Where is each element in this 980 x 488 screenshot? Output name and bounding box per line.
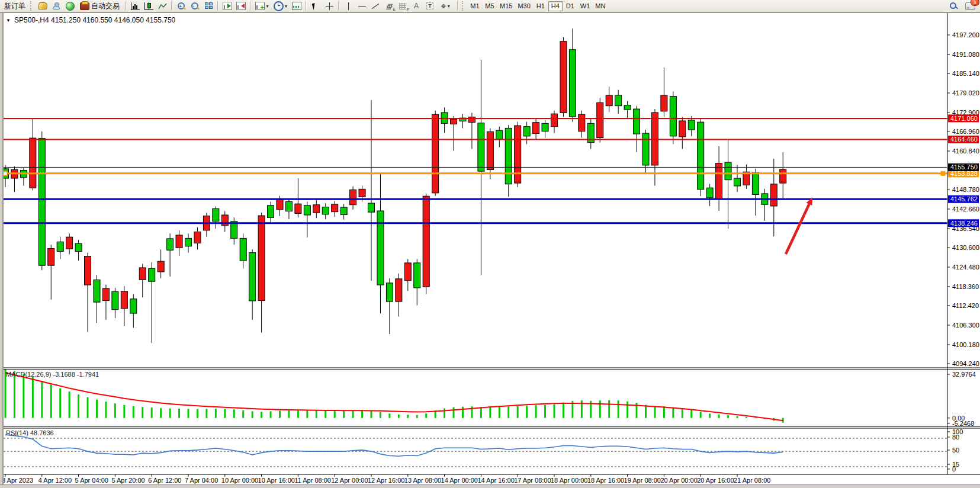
candle-body	[542, 123, 548, 131]
tab-timeframe-mn[interactable]: MN	[593, 1, 608, 11]
accounts-icon[interactable]	[50, 1, 63, 11]
tab-timeframe-w1[interactable]: W1	[578, 1, 593, 11]
chart-title-ohlc: SP500-,H4 4151.250 4160.550 4146.050 415…	[14, 16, 176, 24]
text-label-tool-icon[interactable]: T	[423, 1, 436, 11]
candle-body	[414, 263, 420, 288]
tab-timeframe-d1[interactable]: D1	[563, 1, 577, 11]
new-order-button[interactable]: 新订单	[1, 1, 28, 11]
tab-timeframe-m5[interactable]: M5	[483, 1, 497, 11]
candle-body	[332, 204, 338, 212]
candle-body	[752, 172, 759, 194]
trend-arrow-shaft[interactable]	[786, 204, 809, 254]
line-handle[interactable]	[941, 171, 945, 175]
candle-body	[112, 291, 118, 309]
time-axis-label: 20 Apr 00:00	[660, 477, 697, 484]
time-axis-label: 6 Apr 12:00	[148, 477, 181, 484]
candle-body	[167, 239, 173, 250]
price-tag-label: 4164.460	[950, 136, 978, 143]
candle-body	[94, 280, 100, 302]
candle-body	[698, 122, 704, 190]
zoom-out-icon[interactable]: -	[188, 1, 201, 11]
tab-timeframe-m1[interactable]: M1	[468, 1, 482, 11]
macd-indicator-label: MACD(12,26,9) -3.1688 -1.7941	[6, 371, 99, 378]
templates-icon[interactable]	[290, 1, 303, 11]
crosshair-icon[interactable]	[323, 1, 336, 11]
auto-trading-label: 自动交易	[91, 1, 120, 11]
price-chart-canvas[interactable]: 4197.2004191.0804185.1404179.0204172.900…	[0, 13, 980, 484]
bar-chart-mode-icon[interactable]	[128, 1, 142, 11]
price-axis-tick: 4118.360	[952, 283, 979, 290]
arrows-tool-icon[interactable]: ✥▼	[437, 1, 455, 11]
price-axis-tick: 4185.140	[952, 70, 979, 77]
candle-body	[322, 207, 329, 214]
candle-body	[404, 263, 411, 281]
horizontal-line-tool-icon[interactable]	[355, 1, 368, 11]
candle-body	[606, 95, 612, 106]
text-tool-icon[interactable]: A	[410, 1, 423, 11]
vertical-line-tool-icon[interactable]	[342, 1, 355, 11]
time-axis-label: 12 Apr 16:00	[368, 477, 404, 484]
price-axis-tick: 4094.240	[952, 360, 979, 367]
time-axis-label: 18 Apr 00:00	[551, 477, 587, 484]
indicators-icon[interactable]: +▼	[253, 1, 271, 11]
candle-body	[505, 128, 512, 184]
candle-body	[66, 237, 73, 249]
equidistant-channel-tool-icon[interactable]: ∰E	[383, 1, 396, 11]
chevron-down-icon: ▼	[265, 4, 269, 8]
candle-body	[268, 206, 274, 217]
time-axis-label: 11 Apr 08:00	[294, 477, 331, 484]
tab-timeframe-m30[interactable]: M30	[515, 1, 532, 11]
macd-signal-line	[5, 373, 783, 420]
time-axis-label: 17 Apr 08:00	[514, 477, 551, 484]
time-axis-label: 5 Apr 04:00	[75, 477, 108, 484]
rsi-indicator-label: RSI(14) 48.7636	[6, 429, 54, 436]
auto-trading-button[interactable]: 自动交易	[77, 1, 123, 11]
candle-body	[688, 120, 695, 130]
candle-body	[75, 243, 82, 251]
periods-icon[interactable]: ▼	[272, 1, 290, 11]
fibonacci-tool-icon[interactable]: F	[396, 1, 409, 11]
price-axis-tick: 4100.180	[952, 341, 979, 348]
rsi-pane	[4, 435, 947, 467]
rsi-axis-tick: 50	[952, 447, 959, 454]
candle-body	[295, 204, 301, 213]
time-axis-label: 5 Apr 20:00	[111, 477, 144, 484]
candlestick-mode-icon[interactable]	[142, 1, 155, 11]
collapse-triangle-icon[interactable]: ▼	[6, 18, 11, 23]
zoom-in-icon[interactable]: +	[175, 1, 188, 11]
person-icon	[53, 2, 60, 9]
line-chart-mode-icon[interactable]	[156, 1, 169, 11]
price-tag-label: 4138.246	[950, 220, 978, 227]
macd-pane	[5, 369, 783, 423]
price-axis-tick: 4130.600	[952, 244, 979, 251]
tile-windows-icon[interactable]	[202, 1, 215, 11]
tab-timeframe-h1[interactable]: H1	[534, 1, 548, 11]
notifications-icon[interactable]: 1	[963, 1, 976, 11]
candle-body	[651, 113, 658, 165]
line-handle[interactable]	[3, 171, 7, 175]
auto-scroll-icon[interactable]	[221, 1, 234, 11]
candle-body	[57, 242, 63, 251]
search-icon[interactable]	[947, 1, 960, 11]
time-axis-label: 10 Apr 16:00	[258, 477, 295, 484]
tab-timeframe-m15[interactable]: M15	[497, 1, 515, 11]
candle-body	[285, 201, 292, 211]
market-watch-icon[interactable]	[36, 1, 49, 11]
autotrade-robot-icon	[80, 2, 89, 10]
trendline-tool-icon[interactable]	[369, 1, 382, 11]
time-axis-label: 20 Apr 16:00	[697, 477, 734, 484]
price-axis-tick: 4191.080	[952, 51, 979, 58]
candle-body	[240, 238, 246, 261]
candle-body	[624, 105, 631, 110]
time-axis-label: 10 Apr 00:00	[221, 477, 258, 484]
toolbar: 新订单 自动交易 + - +▼ ▼ ∰E F A T ✥▼	[0, 0, 980, 12]
green-orb-icon	[66, 2, 75, 11]
cursor-icon[interactable]	[309, 1, 322, 11]
price-tag-label: 4145.762	[950, 195, 978, 203]
signals-icon[interactable]	[63, 1, 76, 11]
chart-shift-icon[interactable]	[234, 1, 248, 11]
candle-body	[194, 232, 201, 243]
tab-timeframe-h4[interactable]: H4	[548, 1, 563, 11]
candle-body	[716, 163, 722, 199]
candle-body	[48, 249, 54, 266]
